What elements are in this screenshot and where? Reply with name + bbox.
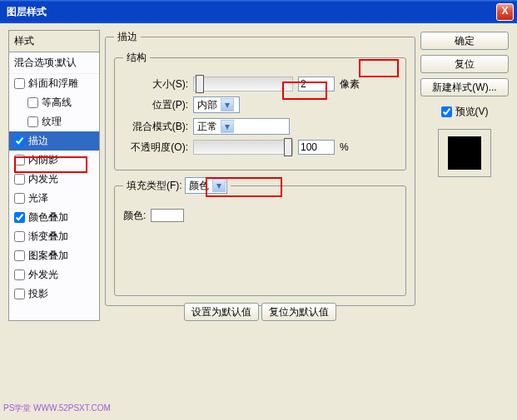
style-color-overlay[interactable]: 颜色叠加 xyxy=(9,208,99,227)
styles-list: 样式 混合选项:默认 斜面和浮雕 等高线 纹理 描边 内阴影 内发光 光泽 颜色… xyxy=(8,30,100,321)
highlight-size xyxy=(359,59,399,77)
color-row: 颜色: xyxy=(123,205,397,280)
size-label: 大小(S): xyxy=(123,77,188,91)
watermark: PS学堂 WWW.52PSXT.COM xyxy=(3,403,111,414)
position-row: 位置(P): 内部▾ xyxy=(123,96,397,113)
style-satin[interactable]: 光泽 xyxy=(9,189,99,208)
style-texture[interactable]: 纹理 xyxy=(9,112,99,131)
pattern-overlay-check[interactable] xyxy=(14,250,25,261)
ok-button[interactable]: 确定 xyxy=(420,32,509,50)
blend-label: 混合模式(B): xyxy=(123,120,188,134)
size-row: 大小(S): 像素 xyxy=(123,77,397,91)
stroke-legend: 描边 xyxy=(114,30,141,44)
settings-panel: 描边 结构 大小(S): 像素 位置(P): 内部▾ 混合模式(B): 正常▾ xyxy=(105,30,415,388)
size-thumb[interactable] xyxy=(196,75,204,93)
blend-combo[interactable]: 正常▾ xyxy=(193,118,290,135)
blend-options-default[interactable]: 混合选项:默认 xyxy=(9,52,99,74)
position-combo[interactable]: 内部▾ xyxy=(193,96,240,113)
gradient-overlay-check[interactable] xyxy=(14,231,25,242)
preview-checkbox-row[interactable]: 预览(V) xyxy=(441,105,489,119)
position-label: 位置(P): xyxy=(123,98,188,112)
structure-legend: 结构 xyxy=(123,51,150,65)
window-title: 图层样式 xyxy=(7,5,496,19)
style-drop-shadow[interactable]: 投影 xyxy=(9,284,99,304)
style-gradient-overlay[interactable]: 渐变叠加 xyxy=(9,227,99,246)
color-label: 颜色: xyxy=(123,209,146,223)
opacity-slider[interactable] xyxy=(193,140,293,155)
satin-check[interactable] xyxy=(14,193,25,204)
highlight-color xyxy=(206,177,282,197)
defaults-row: 设置为默认值 复位为默认值 xyxy=(114,303,406,321)
stroke-check[interactable] xyxy=(14,136,25,146)
style-bevel[interactable]: 斜面和浮雕 xyxy=(9,74,99,93)
color-overlay-check[interactable] xyxy=(14,212,25,223)
opacity-input[interactable] xyxy=(298,140,335,155)
preview-box xyxy=(438,129,491,177)
style-pattern-overlay[interactable]: 图案叠加 xyxy=(9,246,99,265)
right-buttons: 确定 复位 新建样式(W)... 预览(V) xyxy=(420,30,509,388)
contour-check[interactable] xyxy=(27,97,38,108)
preview-swatch xyxy=(448,136,481,170)
styles-header[interactable]: 样式 xyxy=(9,31,99,52)
style-stroke[interactable]: 描边 xyxy=(9,131,99,151)
close-button[interactable]: X xyxy=(496,3,514,21)
highlight-position xyxy=(282,82,327,100)
outer-glow-check[interactable] xyxy=(14,269,25,280)
reset-default-button[interactable]: 复位为默认值 xyxy=(261,303,336,321)
inner-glow-check[interactable] xyxy=(14,174,25,185)
new-style-button[interactable]: 新建样式(W)... xyxy=(420,78,509,96)
opacity-row: 不透明度(O): % xyxy=(123,140,397,155)
opacity-label: 不透明度(O): xyxy=(123,141,188,155)
drop-shadow-check[interactable] xyxy=(14,289,25,299)
opacity-unit: % xyxy=(340,141,349,153)
style-outer-glow[interactable]: 外发光 xyxy=(9,265,99,284)
highlight-stroke xyxy=(14,156,87,173)
title-bar: 图层样式 X xyxy=(0,0,517,23)
size-slider[interactable] xyxy=(193,77,293,91)
blend-row: 混合模式(B): 正常▾ xyxy=(123,118,397,135)
dialog-body: 样式 混合选项:默认 斜面和浮雕 等高线 纹理 描边 内阴影 内发光 光泽 颜色… xyxy=(0,23,517,396)
style-contour[interactable]: 等高线 xyxy=(9,93,99,112)
color-swatch[interactable] xyxy=(151,209,184,222)
preview-check[interactable] xyxy=(441,106,452,117)
chevron-down-icon: ▾ xyxy=(221,98,234,111)
opacity-thumb[interactable] xyxy=(284,138,292,156)
cancel-button[interactable]: 复位 xyxy=(420,55,509,73)
chevron-down-icon: ▾ xyxy=(221,120,234,133)
make-default-button[interactable]: 设置为默认值 xyxy=(184,303,259,321)
bevel-check[interactable] xyxy=(14,78,25,89)
size-unit: 像素 xyxy=(340,77,360,91)
texture-check[interactable] xyxy=(27,116,38,127)
